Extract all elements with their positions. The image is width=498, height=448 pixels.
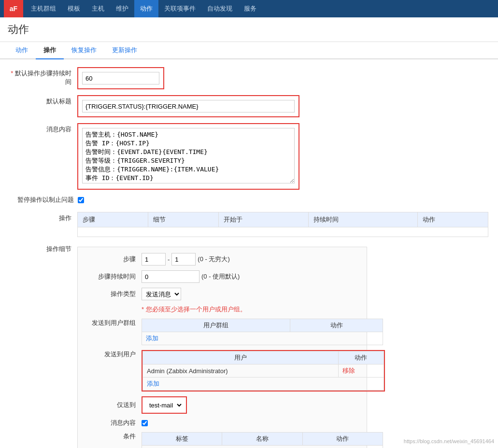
step-row: 步骤 - (0 - 无穷大) [84, 253, 361, 266]
operations-table-container: 步骤细节开始于持续时间动作 [77, 212, 488, 237]
cond-tag-header: 标签 [142, 433, 222, 446]
add-user-link[interactable]: 添加 [147, 380, 159, 387]
tab-bar: 动作操作恢复操作更新操作 [0, 42, 498, 59]
send-to-user-table: 用户 动作 Admin (Zabbix Administrator) 移除 添加 [142, 351, 384, 391]
condition-label: 条件 [84, 432, 142, 441]
step-duration-input[interactable] [82, 72, 159, 84]
op-type-row: 操作类型 发送消息 [84, 288, 361, 300]
step-label: 步骤 [84, 255, 142, 264]
user-name-cell: Admin (Zabbix Administrator) [143, 364, 339, 378]
default-subject-input[interactable] [82, 100, 295, 112]
send-to-group-row: 发送到用户群组 用户群组 动作 添加 [84, 319, 361, 345]
page-title: 动作 [8, 22, 490, 37]
operations-row: 操作 步骤细节开始于持续时间动作 [10, 212, 488, 237]
tab-更新操作[interactable]: 更新操作 [104, 42, 145, 59]
nav-item-维护[interactable]: 维护 [110, 0, 134, 17]
pause-label: 暂停操作以制止问题 [17, 196, 74, 204]
default-subject-row: 默认标题 [10, 95, 488, 117]
main-content: 默认操作步骤持续时间 默认标题 消息内容 暂停操作以制止问题 操作 步骤细节开始… [0, 59, 498, 448]
condition-table: 标签 名称 动作 新的 [142, 432, 383, 448]
warning-text: * 您必须至少选择一个用户或用户组。 [142, 305, 246, 314]
step-duration-row: 默认操作步骤持续时间 [10, 67, 488, 89]
step-duration-op-hint: (0 - 使用默认) [201, 272, 240, 281]
add-group-link[interactable]: 添加 [146, 335, 158, 342]
tab-操作[interactable]: 操作 [36, 42, 64, 59]
add-group-row: 添加 [142, 332, 383, 345]
send-to-user-row: 发送到用户 用户 动作 Admin (Zabbix Administrator) [84, 350, 361, 392]
step-from-input[interactable] [142, 253, 166, 266]
user-action-col-header: 动作 [338, 351, 384, 364]
send-to-user-highlight: 用户 动作 Admin (Zabbix Administrator) 移除 添加 [142, 350, 385, 392]
pause-checkbox[interactable] [78, 197, 84, 203]
ops-col-细节: 细节 [148, 212, 218, 227]
step-duration-op-label: 步骤持续时间 [84, 272, 142, 281]
cond-action-header: 动作 [302, 433, 383, 446]
ops-col-步骤: 步骤 [78, 212, 148, 227]
message-content-highlight [77, 123, 299, 190]
nav-item-模板[interactable]: 模板 [62, 0, 86, 17]
tab-恢复操作[interactable]: 恢复操作 [64, 42, 104, 59]
default-subject-label: 默认标题 [10, 95, 77, 106]
step-dash: - [168, 256, 170, 263]
tab-动作[interactable]: 动作 [8, 42, 36, 59]
only-send-box: test-mail [142, 396, 187, 414]
pause-row: 暂停操作以制止问题 [10, 196, 488, 204]
step-duration-op-input[interactable] [142, 270, 199, 283]
logo: aF [4, 0, 23, 17]
ops-col-动作: 动作 [418, 212, 488, 227]
step-to-input[interactable] [171, 253, 196, 266]
msg-content-label: 消息内容 [84, 419, 142, 427]
default-subject-highlight [77, 95, 299, 117]
message-content-textarea[interactable] [82, 128, 295, 183]
msg-content-row: 消息内容 [84, 419, 361, 427]
nav-item-主机群组[interactable]: 主机群组 [25, 0, 62, 17]
nav-item-关联项事件[interactable]: 关联项事件 [158, 0, 201, 17]
only-send-select[interactable]: test-mail [145, 399, 183, 411]
op-detail-label: 操作细节 [10, 243, 77, 253]
send-to-group-container: 用户群组 动作 添加 [142, 319, 383, 345]
cond-name-header: 名称 [222, 433, 302, 446]
nav-item-服务[interactable]: 服务 [238, 0, 262, 17]
step-duration-op-inputs: (0 - 使用默认) [142, 270, 240, 283]
op-type-select[interactable]: 发送消息 [142, 288, 181, 300]
top-navigation: aF 主机群组模板主机维护动作关联项事件自动发现服务 [0, 0, 498, 17]
nav-item-动作[interactable]: 动作 [134, 0, 158, 17]
step-duration-highlight [77, 67, 164, 89]
op-type-label: 操作类型 [84, 290, 142, 298]
send-to-group-table: 用户群组 动作 添加 [142, 319, 383, 345]
user-remove-link[interactable]: 移除 [342, 367, 355, 374]
ops-empty-row [78, 227, 488, 237]
warning-row: * 您必须至少选择一个用户或用户组。 [84, 305, 361, 314]
message-content-row: 消息内容 [10, 123, 488, 190]
step-hint: (0 - 无穷大) [198, 255, 229, 264]
condition-row: 条件 标签 名称 动作 新的 [84, 432, 361, 448]
step-duration-label: 默认操作步骤持续时间 [10, 67, 77, 86]
operations-label: 操作 [10, 212, 77, 223]
page-title-bar: 动作 [0, 17, 498, 42]
only-send-label: 仅送到 [84, 401, 142, 409]
operations-table: 步骤细节开始于持续时间动作 [77, 212, 488, 237]
step-duration-op-row: 步骤持续时间 (0 - 使用默认) [84, 270, 361, 283]
ops-col-开始于: 开始于 [218, 212, 308, 227]
op-detail-section: 步骤 - (0 - 无穷大) 步骤持续时间 (0 - 使用默认) 操作类型 [77, 247, 367, 448]
send-to-group-label: 发送到用户群组 [84, 319, 142, 327]
only-send-row: 仅送到 test-mail [84, 396, 361, 414]
user-data-row: Admin (Zabbix Administrator) 移除 [143, 364, 384, 378]
ops-col-持续时间: 持续时间 [308, 212, 417, 227]
send-to-user-label: 发送到用户 [84, 350, 142, 359]
step-inputs: - (0 - 无穷大) [142, 253, 230, 266]
add-condition-row: 新的 [142, 446, 383, 448]
op-detail-row-outer: 操作细节 步骤 - (0 - 无穷大) 步骤持续时间 (0 - 使用默认) [10, 243, 488, 448]
group-col-header: 用户群组 [142, 319, 290, 332]
message-content-label: 消息内容 [10, 123, 77, 134]
condition-container: 标签 名称 动作 新的 [142, 432, 383, 448]
nav-item-自动发现[interactable]: 自动发现 [201, 0, 238, 17]
nav-item-主机[interactable]: 主机 [86, 0, 110, 17]
add-user-row: 添加 [143, 378, 384, 391]
msg-content-checkbox[interactable] [142, 420, 148, 426]
user-col-header: 用户 [143, 351, 339, 364]
group-action-header: 动作 [290, 319, 383, 332]
